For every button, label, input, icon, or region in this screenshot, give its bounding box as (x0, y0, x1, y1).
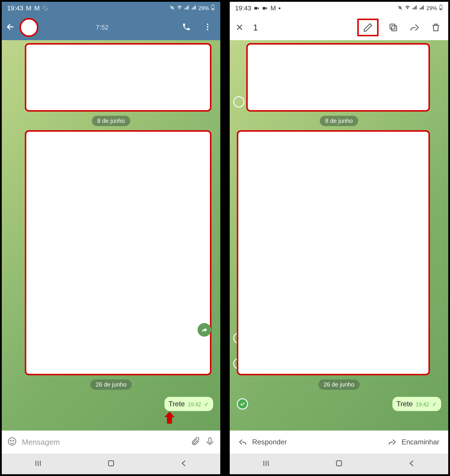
outgoing-message-row[interactable]: Trete 19:42 ✓ (233, 394, 445, 411)
selected-check-icon[interactable] (237, 398, 248, 410)
video-icon (262, 5, 268, 11)
svg-rect-16 (392, 26, 397, 31)
message-text: Trete (169, 400, 185, 408)
attach-button[interactable] (190, 436, 200, 448)
more-button[interactable] (199, 22, 216, 32)
mic-button[interactable] (205, 436, 215, 448)
phone-right: 19:43 M • (228, 0, 450, 476)
svg-rect-10 (108, 461, 114, 466)
action-bar: Responder Encaminhar (230, 431, 448, 454)
call-button[interactable] (178, 22, 195, 32)
vibrate-icon (169, 5, 175, 12)
svg-point-5 (207, 29, 208, 30)
home-button[interactable] (335, 459, 343, 469)
redacted-message-2[interactable] (237, 130, 430, 375)
back-nav-button[interactable] (180, 459, 188, 469)
reply-label: Responder (252, 438, 287, 446)
signal-icon-2 (419, 5, 425, 12)
vibrate-icon (397, 5, 403, 12)
chat-body[interactable]: 8 de junho 26 de junho Trete 19:42 ✓ (2, 40, 220, 431)
status-bar: 19:43 M • (230, 2, 448, 15)
date-badge-2: 26 de junho (318, 379, 360, 390)
composer: Mensagem (2, 431, 220, 454)
wifi-icon (177, 5, 182, 12)
svg-rect-14 (440, 8, 441, 9)
redacted-message-1[interactable] (25, 43, 211, 112)
message-time: 19:42 (416, 402, 429, 408)
annotation-arrow-icon (164, 411, 175, 424)
chat-body[interactable]: 8 de junho 26 de junho Trete 19:42 ✓ (230, 40, 448, 431)
svg-rect-17 (390, 24, 395, 29)
svg-rect-2 (212, 5, 213, 5)
message-bubble[interactable]: Trete 19:42 ✓ (164, 397, 213, 411)
android-nav (2, 454, 220, 474)
svg-point-7 (10, 440, 11, 441)
header-last-seen: 7:52 (96, 24, 109, 31)
signal-icon-2 (191, 5, 197, 12)
svg-point-8 (13, 440, 14, 441)
redacted-message-2[interactable] (25, 130, 211, 375)
date-badge-1: 8 de junho (92, 116, 130, 126)
selection-count: 1 (253, 22, 258, 32)
status-bar: 19:43 M M 29% (2, 2, 220, 15)
message-text: Trete (397, 400, 413, 408)
status-time: 19:43 (235, 4, 251, 12)
outgoing-message-row[interactable]: Trete 19:42 ✓ (5, 394, 217, 411)
svg-point-4 (207, 26, 208, 28)
redacted-message-1[interactable] (246, 43, 430, 112)
reply-button[interactable]: Responder (239, 438, 287, 446)
home-button[interactable] (107, 459, 115, 469)
copy-button[interactable] (387, 21, 400, 34)
check-icon: ✓ (432, 401, 437, 408)
svg-point-6 (8, 438, 16, 445)
battery-percent: 29% (198, 5, 209, 12)
svg-rect-12 (263, 7, 266, 9)
signal-icon (184, 5, 190, 12)
sync-icon (42, 5, 48, 11)
forward-inline-button[interactable] (198, 323, 211, 337)
forward-label: Encaminhar (402, 438, 439, 446)
selection-toolbar: ✕ 1 (230, 15, 448, 40)
phone-left: 19:43 M M 29% (0, 0, 222, 476)
video-icon (254, 5, 260, 11)
svg-rect-18 (336, 461, 342, 466)
recent-apps-button[interactable] (34, 459, 43, 469)
wifi-icon (405, 5, 410, 12)
back-nav-button[interactable] (407, 459, 416, 469)
svg-rect-15 (440, 5, 441, 5)
delete-button[interactable] (429, 21, 442, 34)
more-notifications-icon: • (278, 4, 281, 12)
check-icon: ✓ (204, 401, 209, 408)
edit-button[interactable] (357, 19, 379, 36)
battery-percent: 29% (426, 5, 437, 12)
recent-apps-button[interactable] (262, 459, 270, 469)
gmail-icon: M (270, 5, 276, 11)
message-bubble[interactable]: Trete 19:42 ✓ (392, 397, 441, 411)
forward-button[interactable] (408, 21, 421, 34)
gmail-icon: M (34, 5, 40, 11)
svg-rect-9 (209, 438, 211, 443)
select-circle[interactable] (233, 96, 244, 107)
svg-point-3 (207, 24, 208, 25)
gmail-icon: M (26, 5, 32, 11)
date-badge-1: 8 de junho (320, 116, 358, 126)
signal-icon (412, 5, 418, 12)
svg-rect-11 (255, 7, 257, 9)
back-button[interactable] (6, 22, 15, 33)
avatar[interactable] (19, 18, 38, 37)
message-input[interactable]: Mensagem (22, 438, 185, 447)
status-time: 19:43 (7, 4, 23, 12)
chat-header: 7:52 (2, 15, 220, 40)
emoji-button[interactable] (7, 436, 17, 448)
message-time: 19:42 (188, 402, 201, 408)
close-selection-button[interactable]: ✕ (236, 22, 244, 33)
battery-icon (439, 5, 443, 12)
forward-action-button[interactable]: Encaminhar (388, 438, 439, 446)
android-nav (230, 454, 448, 474)
svg-rect-1 (212, 8, 213, 9)
date-badge-2: 26 de junho (90, 379, 132, 390)
battery-icon (211, 5, 215, 12)
